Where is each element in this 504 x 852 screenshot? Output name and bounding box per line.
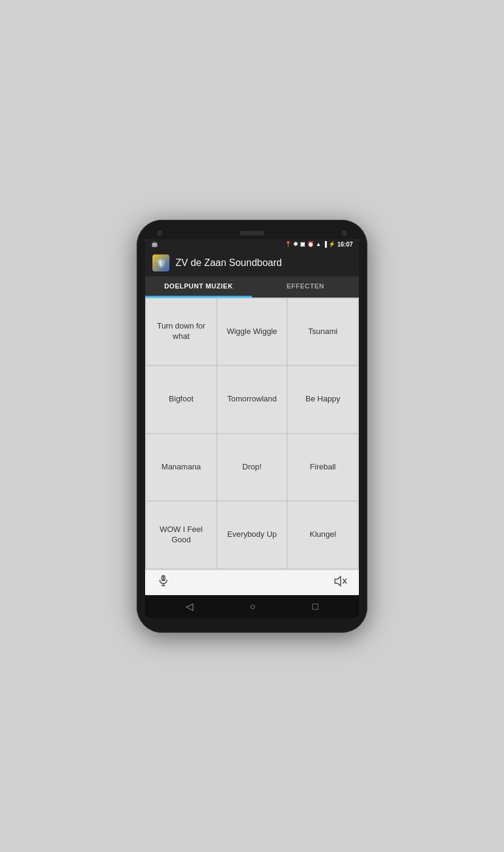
sound-button-4[interactable]: Bigfoot	[146, 366, 216, 433]
mic-icon[interactable]	[157, 575, 169, 590]
time-display: 16:07	[337, 241, 353, 248]
sensor-dot	[342, 231, 347, 236]
status-left: 🤖	[151, 241, 158, 247]
sound-button-10[interactable]: WOW I Feel Good	[146, 502, 216, 568]
svg-marker-4	[335, 576, 341, 585]
back-button[interactable]: ◁	[186, 601, 193, 612]
location-icon: 📍	[285, 241, 291, 247]
home-button[interactable]: ○	[250, 601, 256, 612]
vibrate-icon: ▣	[300, 241, 305, 247]
nav-bar: ◁ ○ □	[145, 595, 359, 618]
sound-button-6[interactable]: Be Happy	[288, 366, 358, 433]
sound-button-12[interactable]: Klungel	[288, 502, 358, 568]
phone-screen: 🤖 📍 ✱ ▣ ⏰ ▲ ▐ ⚡ 16:07 🛡️ ZV de Zaan Soun…	[145, 239, 359, 618]
sound-button-1[interactable]: Turn down for what	[146, 299, 216, 366]
app-icon: 🛡️	[152, 254, 169, 271]
mute-icon[interactable]	[333, 575, 347, 590]
sound-button-11[interactable]: Everybody Up	[217, 502, 287, 568]
phone-device: 🤖 📍 ✱ ▣ ⏰ ▲ ▐ ⚡ 16:07 🛡️ ZV de Zaan Soun…	[137, 220, 367, 633]
sound-button-8[interactable]: Drop!	[217, 434, 287, 501]
alarm-icon: ⏰	[307, 241, 314, 247]
sound-button-9[interactable]: Fireball	[288, 434, 358, 501]
tab-bar: DOELPUNT MUZIEK EFFECTEN	[145, 276, 359, 298]
sound-button-3[interactable]: Tsunami	[288, 299, 358, 366]
battery-icon: ⚡	[329, 241, 335, 247]
status-bar: 🤖 📍 ✱ ▣ ⏰ ▲ ▐ ⚡ 16:07	[145, 239, 359, 250]
tab-doelpunt[interactable]: DOELPUNT MUZIEK	[145, 276, 252, 298]
android-icon: 🤖	[151, 241, 158, 247]
bottom-action-bar	[145, 570, 359, 595]
phone-top-hardware	[145, 228, 359, 239]
speaker-grill	[240, 231, 264, 236]
sound-button-5[interactable]: Tomorrowland	[217, 366, 287, 433]
app-icon-emoji: 🛡️	[156, 258, 166, 268]
sound-grid: Turn down for what Wiggle Wiggle Tsunami…	[145, 298, 359, 570]
sound-button-7[interactable]: Manamana	[146, 434, 216, 501]
app-bar: 🛡️ ZV de Zaan Soundboard	[145, 250, 359, 276]
tab-effecten[interactable]: EFFECTEN	[252, 276, 359, 298]
wifi-icon: ▲	[316, 241, 321, 247]
phone-bottom-space	[145, 618, 359, 624]
recents-button[interactable]: □	[313, 601, 319, 612]
bluetooth-icon: ✱	[293, 241, 298, 247]
signal-icon: ▐	[323, 241, 327, 247]
app-title: ZV de Zaan Soundboard	[175, 257, 282, 268]
status-right: 📍 ✱ ▣ ⏰ ▲ ▐ ⚡ 16:07	[285, 241, 353, 248]
camera-dot	[157, 231, 162, 236]
sound-button-2[interactable]: Wiggle Wiggle	[217, 299, 287, 366]
